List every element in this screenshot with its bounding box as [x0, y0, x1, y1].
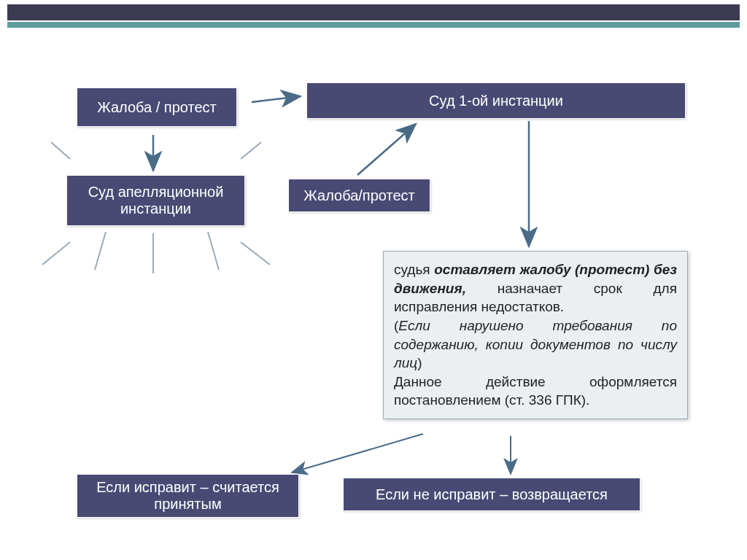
- box-label: Жалоба/протест: [303, 187, 414, 204]
- svg-line-0: [252, 96, 301, 102]
- box-complaint-top: Жалоба / протест: [77, 88, 237, 127]
- svg-line-2: [357, 124, 416, 175]
- box-label: Если не исправит – возвращается: [376, 486, 608, 503]
- box-court-first: Суд 1-ой инстанции: [306, 82, 686, 119]
- info-line-2: (Если нарушено требования по содержанию,…: [394, 316, 677, 373]
- info-line-3: Данное действие оформляется постановлени…: [394, 373, 677, 410]
- svg-line-6: [51, 142, 70, 159]
- box-label: Если исправит – считается принятым: [96, 479, 279, 513]
- box-if-not-fixed: Если не исправит – возвращается: [343, 478, 640, 511]
- svg-line-8: [42, 242, 70, 265]
- box-label: Жалоба / протест: [97, 99, 216, 116]
- box-label: Суд апелляционной инстанции: [88, 184, 224, 217]
- info-line-1: судья оставляет жалобу (протест) без дви…: [394, 260, 677, 316]
- header-teal-strip: [7, 22, 740, 28]
- box-label: Суд 1-ой инстанции: [429, 93, 563, 109]
- svg-line-4: [292, 434, 423, 472]
- svg-line-11: [208, 232, 219, 270]
- box-court-appeal: Суд апелляционной инстанции: [66, 175, 245, 226]
- header-dark-strip: [7, 4, 740, 20]
- box-complaint-mid: Жалоба/протест: [288, 179, 430, 212]
- info-box: судья оставляет жалобу (протест) без дви…: [383, 251, 688, 419]
- svg-line-9: [241, 242, 270, 265]
- header-band: [0, 0, 747, 31]
- box-if-fixed: Если исправит – считается принятым: [77, 474, 299, 518]
- svg-line-7: [241, 142, 261, 159]
- svg-line-10: [95, 232, 106, 270]
